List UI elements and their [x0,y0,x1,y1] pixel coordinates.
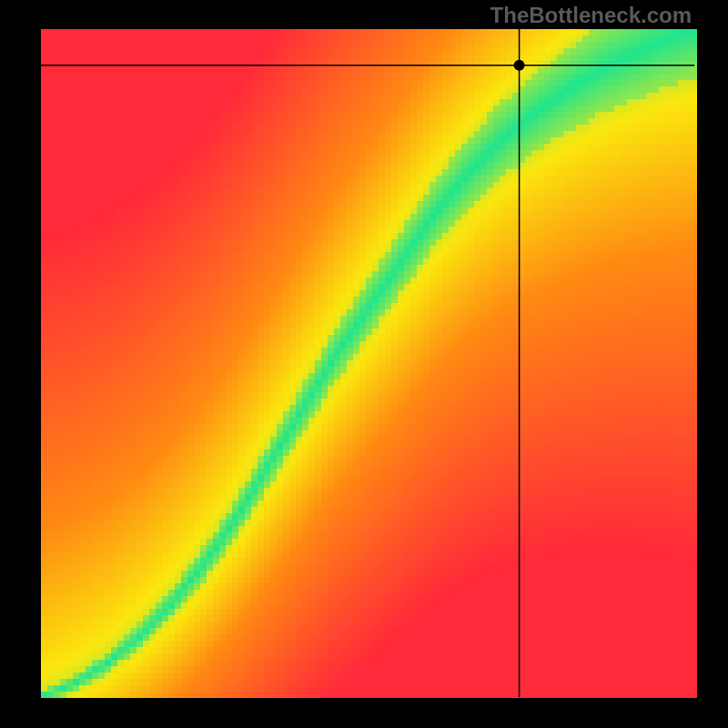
watermark-text: TheBottleneck.com [490,3,692,28]
bottleneck-heatmap [0,0,728,728]
